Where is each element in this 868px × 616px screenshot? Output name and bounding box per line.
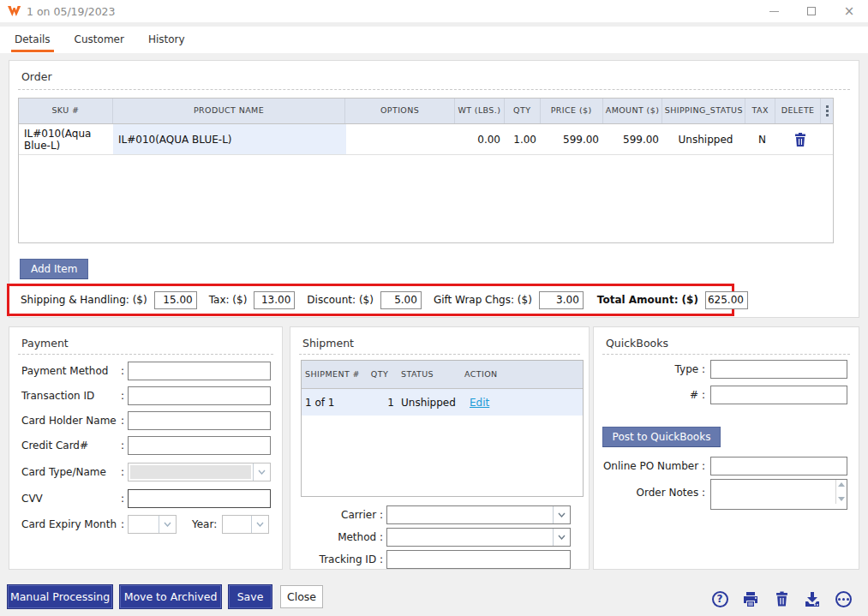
cell-shipment-qty: 1 (363, 397, 396, 409)
cell-sku: IL#010(Aqua Blue-L) (19, 124, 113, 154)
expiry-month-select[interactable] (128, 515, 177, 534)
col-header-tax[interactable]: TAX (745, 99, 775, 123)
method-label: Method : (301, 531, 383, 543)
qb-number-input[interactable] (710, 386, 847, 404)
order-section-title: Order (21, 70, 52, 83)
col-header-delete[interactable]: DELETE (775, 99, 821, 123)
cell-tax: N (747, 124, 777, 154)
shipment-divider (299, 354, 580, 355)
order-table-row[interactable]: IL#010(Aqua Blue-L) IL#010(AQUA BLUE-L) … (19, 124, 833, 155)
col-header-product-name[interactable]: PRODUCT NAME (113, 99, 345, 123)
payment-method-row: Payment Method : (21, 362, 272, 380)
expiry-year-select[interactable] (222, 515, 269, 534)
qb-type-input[interactable] (710, 360, 847, 379)
download-icon[interactable] (803, 589, 822, 608)
cell-amount: 599.00 (604, 124, 664, 154)
cell-options (346, 124, 456, 154)
total-amount-input[interactable] (705, 291, 748, 309)
edit-shipment-link[interactable]: Edit (470, 397, 489, 409)
shipment-table-header: SHIPMENT # QTY STATUS ACTION (302, 361, 583, 389)
shipment-table: SHIPMENT # QTY STATUS ACTION 1 of 1 1 Un… (301, 360, 584, 497)
col-header-price[interactable]: PRICE ($) (541, 99, 603, 123)
card-holder-name-input[interactable] (128, 411, 271, 430)
payment-method-input[interactable] (128, 362, 271, 380)
help-icon[interactable]: ? (710, 589, 729, 608)
carrier-select[interactable] (386, 505, 571, 524)
payment-panel: Payment Payment Method : Transaction ID … (9, 326, 283, 570)
delete-row-icon[interactable] (777, 124, 823, 154)
payment-divider (18, 354, 273, 355)
col-header-amount[interactable]: AMOUNT ($) (603, 99, 663, 123)
add-item-button[interactable]: Add Item (20, 259, 88, 279)
cell-product-name[interactable]: IL#010(AQUA BLUE-L) (113, 124, 346, 154)
discount-input[interactable] (380, 291, 422, 309)
cell-qty: 1.00 (506, 124, 542, 154)
card-type-select[interactable] (128, 463, 271, 481)
transaction-id-input[interactable] (128, 386, 271, 405)
manual-processing-button[interactable]: Manual Processing (8, 585, 112, 608)
qb-number-label: # : (602, 389, 705, 401)
credit-card-input[interactable] (128, 436, 271, 455)
more-icon[interactable] (834, 589, 853, 608)
col-header-sku[interactable]: SKU # (19, 99, 113, 123)
order-items-table: SKU # PRODUCT NAME OPTIONS WT (LBS.) QTY… (18, 98, 834, 243)
tax-input[interactable] (254, 291, 295, 309)
online-po-input[interactable] (710, 457, 847, 475)
tab-history[interactable]: History (145, 28, 189, 52)
scroll-arrows-icon[interactable] (835, 480, 847, 504)
col-header-shipment-number[interactable]: SHIPMENT # (302, 361, 363, 388)
col-header-options[interactable]: OPTIONS (345, 99, 455, 123)
colon: : (121, 518, 128, 530)
maximize-icon[interactable] (793, 0, 830, 22)
minimize-icon[interactable] (755, 0, 793, 22)
tab-customer[interactable]: Customer (71, 28, 128, 52)
post-to-quickbooks-button[interactable]: Post to QuickBooks (602, 427, 721, 447)
col-header-shipment-status[interactable]: STATUS (396, 361, 461, 388)
print-icon[interactable] (741, 589, 760, 608)
col-header-shipping-status[interactable]: SHIPPING_STATUS (662, 99, 745, 123)
tracking-id-input[interactable] (386, 550, 571, 569)
chevron-down-icon (251, 516, 268, 533)
col-header-shipment-qty[interactable]: QTY (363, 361, 396, 388)
cell-shipping-status: Unshipped (664, 124, 747, 154)
total-amount-label: Total Amount: ($) (597, 294, 698, 306)
tab-details[interactable]: Details (11, 28, 54, 52)
col-header-shipment-action[interactable]: ACTION (461, 361, 583, 388)
delete-icon[interactable] (772, 589, 791, 608)
colon: : (121, 390, 128, 402)
col-header-qty[interactable]: QTY (505, 99, 541, 123)
transaction-id-label: Transaction ID (21, 390, 121, 402)
order-divider (18, 89, 850, 90)
method-select[interactable] (386, 528, 571, 547)
order-notes-textarea[interactable] (710, 479, 847, 510)
shipping-handling-input[interactable] (154, 291, 197, 309)
carrier-row: Carrier : (301, 505, 584, 524)
quickbooks-divider (602, 354, 850, 355)
gift-wrap-input[interactable] (539, 291, 584, 309)
close-button[interactable]: Close (280, 585, 323, 608)
save-button[interactable]: Save (229, 585, 272, 608)
shipment-table-row[interactable]: 1 of 1 1 Unshipped Edit (302, 389, 583, 416)
colon: : (121, 493, 128, 505)
cvv-input[interactable] (128, 489, 271, 508)
card-holder-name-label: Card Holder Name (21, 415, 121, 427)
qb-type-row: Type : (602, 360, 851, 379)
online-po-label: Online PO Number : (602, 460, 705, 472)
card-expiry-month-label: Card Expiry Month (21, 518, 121, 530)
tracking-id-label: Tracking ID : (301, 553, 383, 565)
qb-type-label: Type : (602, 363, 705, 375)
order-totals-highlight: Shipping & Handling: ($) Tax: ($) Discou… (7, 284, 734, 316)
qb-number-row: # : (602, 386, 851, 404)
shipment-panel: Shipment SHIPMENT # QTY STATUS ACTION 1 … (290, 326, 590, 570)
window-title: 1 on 05/19/2023 (27, 5, 116, 18)
cell-shipment-status: Unshipped (396, 397, 461, 409)
column-options-icon[interactable] (821, 99, 833, 123)
method-row: Method : (301, 528, 584, 547)
cell-wt: 0.00 (456, 124, 506, 154)
close-icon[interactable]: × (830, 0, 868, 22)
cvv-label: CVV (21, 493, 121, 505)
col-header-wt[interactable]: WT (LBS.) (455, 99, 505, 123)
cell-price: 599.00 (542, 124, 604, 154)
move-to-archived-button[interactable]: Move to Archived (120, 585, 221, 608)
order-panel: Order SKU # PRODUCT NAME OPTIONS WT (LBS… (9, 60, 859, 318)
